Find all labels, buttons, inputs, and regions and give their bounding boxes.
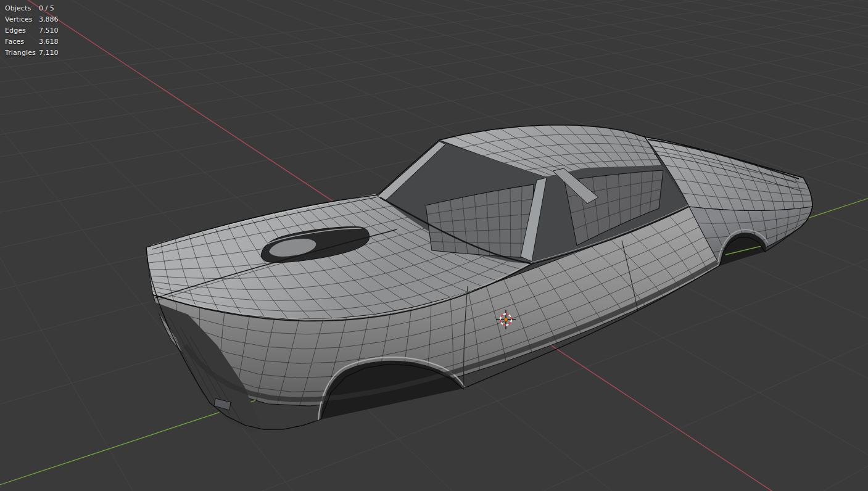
stat-label: Edges [5, 27, 39, 35]
stat-label: Faces [5, 38, 39, 46]
stat-label: Objects [5, 4, 39, 12]
stat-label: Vertices [5, 15, 39, 23]
stat-value: 7,110 [39, 49, 59, 57]
stat-value: 7,510 [39, 27, 59, 35]
stat-value: 0 / 5 [39, 4, 54, 12]
viewport-canvas[interactable] [0, 0, 868, 491]
stat-row-faces: Faces 3,618 [5, 36, 59, 47]
stat-label: Triangles [5, 49, 39, 57]
stat-row-vertices: Vertices 3,886 [5, 14, 59, 25]
viewport-statistics-overlay: Objects 0 / 5 Vertices 3,886 Edges 7,510… [5, 2, 59, 58]
stat-row-triangles: Triangles 7,110 [5, 47, 59, 58]
stat-value: 3,886 [39, 15, 59, 23]
stat-row-objects: Objects 0 / 5 [5, 2, 59, 14]
blender-3d-viewport[interactable]: Objects 0 / 5 Vertices 3,886 Edges 7,510… [0, 0, 868, 491]
stat-value: 3,618 [39, 38, 59, 46]
stat-row-edges: Edges 7,510 [5, 25, 59, 36]
